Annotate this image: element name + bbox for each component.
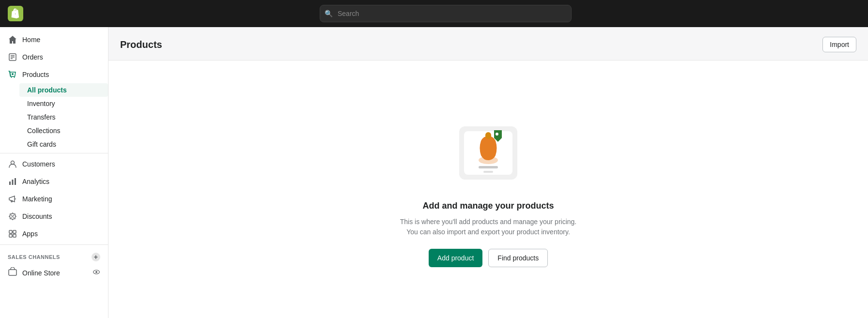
svg-point-15 (13, 217, 14, 218)
sidebar-item-products[interactable]: Products (0, 66, 108, 83)
svg-rect-11 (15, 178, 16, 185)
orders-icon (8, 52, 17, 62)
marketing-icon (8, 194, 17, 204)
svg-point-7 (12, 73, 14, 75)
svg-rect-20 (9, 270, 16, 275)
layout: Home Orders (0, 27, 868, 318)
sidebar-item-gift-cards[interactable]: Gift cards (19, 137, 108, 151)
nav-divider-1 (0, 153, 108, 153)
product-illustration (450, 112, 527, 189)
svg-point-12 (15, 198, 16, 199)
search-bar: 🔍 (320, 5, 572, 22)
customers-icon (8, 159, 17, 169)
sidebar-item-transfers[interactable]: Transfers (19, 110, 108, 124)
svg-rect-17 (13, 230, 16, 233)
sidebar-item-apps-label: Apps (22, 230, 38, 238)
online-store-preview-icon[interactable] (93, 268, 100, 277)
sidebar-item-products-label: Products (22, 71, 49, 78)
search-icon: 🔍 (325, 10, 333, 17)
svg-point-5 (11, 77, 12, 78)
sidebar-item-all-products[interactable]: All products (19, 83, 108, 97)
sidebar-item-collections[interactable]: Collections (19, 124, 108, 137)
svg-rect-28 (479, 166, 498, 168)
sales-channels-section: SALES CHANNELS + (0, 247, 108, 263)
sidebar-item-apps[interactable]: Apps (0, 225, 108, 242)
sidebar-item-customers[interactable]: Customers (0, 155, 108, 173)
sidebar-item-orders-label: Orders (22, 53, 43, 61)
page-header: Products Import (108, 27, 868, 61)
svg-rect-16 (9, 230, 12, 233)
sidebar-item-marketing[interactable]: Marketing (0, 190, 108, 208)
products-icon (8, 70, 17, 79)
sidebar-item-home[interactable]: Home (0, 31, 108, 48)
sales-channels-label: SALES CHANNELS (8, 254, 60, 260)
svg-rect-18 (9, 234, 12, 237)
sidebar-item-analytics[interactable]: Analytics (0, 173, 108, 190)
empty-state-title: Add and manage your products (422, 201, 554, 211)
products-submenu: All products Inventory Transfers Collect… (0, 83, 108, 151)
empty-state: Add and manage your products This is whe… (387, 92, 590, 287)
sidebar-item-marketing-label: Marketing (22, 195, 52, 203)
page-title: Products (120, 39, 162, 50)
topbar: 🔍 (0, 0, 868, 27)
nav-divider-2 (0, 244, 108, 245)
svg-rect-9 (9, 182, 11, 185)
sidebar-item-orders[interactable]: Orders (0, 48, 108, 66)
empty-state-description: This is where you'll add products and ma… (396, 217, 580, 237)
find-products-button[interactable]: Find products (488, 249, 548, 267)
add-product-button[interactable]: Add product (429, 249, 483, 267)
apps-icon (8, 229, 17, 239)
svg-rect-10 (12, 180, 14, 185)
online-store-icon (8, 267, 17, 278)
sidebar-item-inventory[interactable]: Inventory (19, 97, 108, 110)
svg-point-22 (95, 271, 97, 273)
svg-rect-26 (485, 132, 491, 139)
online-store-left: Online Store (8, 267, 60, 278)
page-content: Add and manage your products This is whe… (108, 61, 868, 318)
add-sales-channel-button[interactable]: + (92, 253, 100, 261)
sidebar-item-customers-label: Customers (22, 160, 55, 168)
svg-point-14 (11, 215, 12, 216)
import-button[interactable]: Import (822, 37, 856, 52)
svg-rect-29 (483, 171, 493, 173)
home-icon (8, 35, 17, 45)
sidebar-item-discounts[interactable]: Discounts (0, 208, 108, 225)
sidebar-item-analytics-label: Analytics (22, 178, 49, 185)
sidebar-item-discounts-label: Discounts (22, 212, 52, 220)
sidebar-item-online-store[interactable]: Online Store (0, 263, 108, 282)
sidebar-item-home-label: Home (22, 36, 40, 44)
empty-state-actions: Add product Find products (429, 249, 548, 267)
search-input[interactable] (320, 5, 572, 22)
sidebar: Home Orders (0, 27, 108, 318)
analytics-icon (8, 177, 17, 186)
svg-point-27 (496, 133, 498, 136)
shopify-logo[interactable] (8, 6, 23, 21)
svg-point-6 (14, 77, 15, 78)
main-content: Products Import (108, 27, 868, 318)
svg-rect-0 (8, 6, 23, 21)
discounts-icon (8, 212, 17, 221)
svg-rect-19 (13, 234, 16, 237)
online-store-label: Online Store (22, 269, 60, 277)
